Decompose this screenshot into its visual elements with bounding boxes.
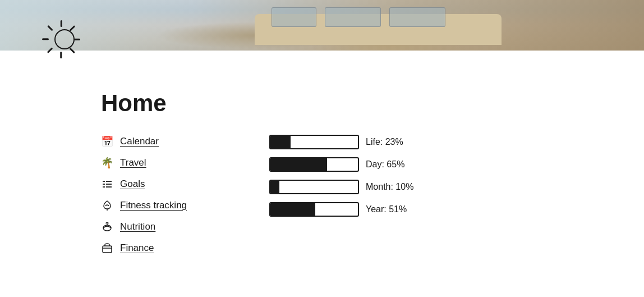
progress-fill-life <box>270 136 291 148</box>
nav-item-nutrition[interactable]: Nutrition <box>101 218 224 236</box>
nav-label-finance: Finance <box>120 243 154 254</box>
nav-label-goals: Goals <box>120 179 145 190</box>
progress-row-life: Life: 23% <box>269 135 413 149</box>
nav-list: 📅 Calendar 🌴 Travel <box>101 132 224 257</box>
progress-fill-day <box>270 158 327 171</box>
fitness-icon <box>101 199 113 212</box>
travel-icon: 🌴 <box>101 157 113 169</box>
nav-item-fitness[interactable]: Fitness tracking <box>101 197 224 214</box>
nutrition-icon <box>101 221 113 233</box>
progress-fill-month <box>270 181 279 193</box>
progress-row-day: Day: 65% <box>269 157 413 172</box>
van-decoration <box>238 3 518 45</box>
sun-icon <box>39 14 90 65</box>
finance-icon <box>101 242 113 254</box>
progress-label-year: Year: 51% <box>366 204 407 214</box>
nav-label-calendar: Calendar <box>120 136 159 147</box>
goals-icon <box>101 178 113 190</box>
nav-item-travel[interactable]: 🌴 Travel <box>101 154 224 172</box>
progress-label-day: Day: 65% <box>366 159 404 170</box>
page-title: Home <box>101 90 543 117</box>
progress-bar-life <box>269 135 359 149</box>
progress-label-month: Month: 10% <box>366 182 413 192</box>
nav-label-travel: Travel <box>120 157 146 168</box>
progress-bar-month <box>269 180 359 194</box>
nav-item-finance[interactable]: Finance <box>101 239 224 257</box>
calendar-icon: 📅 <box>101 135 113 148</box>
progress-row-month: Month: 10% <box>269 180 413 194</box>
progress-fill-year <box>270 203 315 216</box>
progress-section: Life: 23% Day: 65% Month: 10% Year: 51% <box>269 135 413 217</box>
progress-row-year: Year: 51% <box>269 202 413 217</box>
progress-bar-day <box>269 157 359 172</box>
nav-label-fitness: Fitness tracking <box>120 200 187 211</box>
svg-rect-9 <box>103 246 112 253</box>
progress-label-life: Life: 23% <box>366 137 403 147</box>
content-layout: 📅 Calendar 🌴 Travel <box>101 132 543 257</box>
hero-banner <box>0 0 644 51</box>
progress-bar-year <box>269 202 359 217</box>
nav-item-goals[interactable]: Goals <box>101 175 224 193</box>
nav-item-calendar[interactable]: 📅 Calendar <box>101 132 224 150</box>
nav-label-nutrition: Nutrition <box>120 221 155 232</box>
main-content: Home 📅 Calendar 🌴 Travel <box>0 51 644 268</box>
